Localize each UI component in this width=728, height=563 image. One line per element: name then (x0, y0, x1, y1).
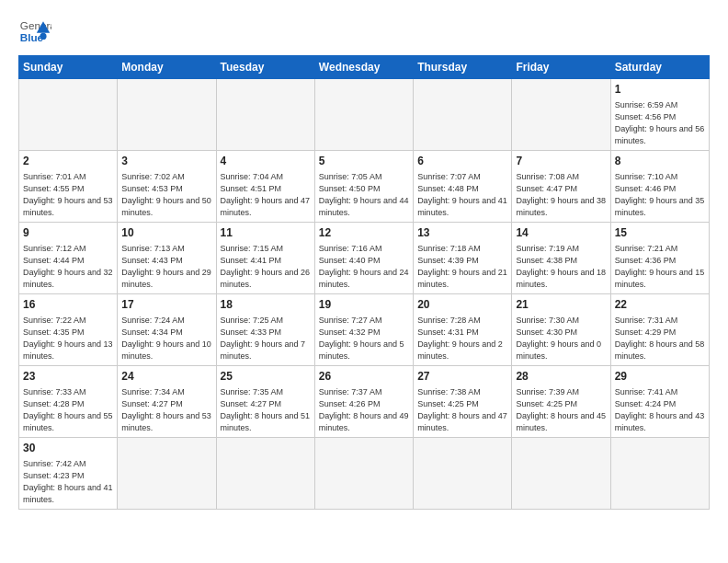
day-info: Sunrise: 7:35 AM Sunset: 4:27 PM Dayligh… (221, 386, 311, 434)
day-info: Sunrise: 7:04 AM Sunset: 4:51 PM Dayligh… (221, 171, 311, 219)
day-info: Sunrise: 7:38 AM Sunset: 4:25 PM Dayligh… (417, 386, 507, 434)
calendar-day-cell: 14Sunrise: 7:19 AM Sunset: 4:38 PM Dayli… (512, 222, 610, 293)
day-number: 7 (516, 154, 606, 169)
day-info: Sunrise: 7:33 AM Sunset: 4:28 PM Dayligh… (23, 386, 113, 434)
day-number: 23 (23, 369, 113, 385)
day-info: Sunrise: 7:27 AM Sunset: 4:32 PM Dayligh… (319, 315, 409, 362)
weekday-header-wednesday: Wednesday (314, 56, 413, 79)
calendar-day-cell: 1Sunrise: 6:59 AM Sunset: 4:56 PM Daylig… (610, 79, 709, 151)
day-number: 21 (516, 297, 606, 313)
day-info: Sunrise: 7:12 AM Sunset: 4:44 PM Dayligh… (23, 243, 113, 291)
calendar-day-cell: 22Sunrise: 7:31 AM Sunset: 4:29 PM Dayli… (610, 293, 709, 365)
day-number: 1 (615, 82, 705, 98)
calendar-day-cell (512, 79, 610, 151)
day-info: Sunrise: 7:39 AM Sunset: 4:25 PM Dayligh… (516, 386, 606, 434)
day-number: 18 (221, 297, 311, 313)
day-number: 3 (121, 154, 211, 169)
calendar-day-cell: 26Sunrise: 7:37 AM Sunset: 4:26 PM Dayli… (314, 365, 413, 437)
calendar-day-cell (118, 79, 216, 151)
day-number: 10 (121, 225, 211, 241)
header: General Blue (18, 15, 710, 48)
day-number: 9 (23, 225, 113, 241)
calendar-day-cell: 7Sunrise: 7:08 AM Sunset: 4:47 PM Daylig… (512, 150, 610, 222)
day-number: 26 (319, 369, 409, 385)
day-info: Sunrise: 7:08 AM Sunset: 4:47 PM Dayligh… (516, 171, 606, 219)
calendar-day-cell (314, 79, 413, 151)
calendar-day-cell (610, 437, 709, 509)
calendar-day-cell: 11Sunrise: 7:15 AM Sunset: 4:41 PM Dayli… (216, 222, 314, 293)
calendar-day-cell: 21Sunrise: 7:30 AM Sunset: 4:30 PM Dayli… (512, 293, 610, 365)
day-number: 5 (319, 154, 409, 169)
weekday-header-thursday: Thursday (414, 56, 512, 79)
calendar-day-cell: 24Sunrise: 7:34 AM Sunset: 4:27 PM Dayli… (118, 365, 216, 437)
day-number: 11 (221, 225, 311, 241)
day-number: 19 (319, 297, 409, 313)
calendar-week-row: 16Sunrise: 7:22 AM Sunset: 4:35 PM Dayli… (19, 293, 710, 365)
day-number: 20 (417, 297, 507, 313)
day-info: Sunrise: 7:01 AM Sunset: 4:55 PM Dayligh… (23, 171, 113, 219)
day-info: Sunrise: 7:25 AM Sunset: 4:33 PM Dayligh… (221, 315, 311, 362)
calendar-day-cell: 13Sunrise: 7:18 AM Sunset: 4:39 PM Dayli… (414, 222, 512, 293)
day-number: 22 (615, 297, 705, 313)
calendar-day-cell: 25Sunrise: 7:35 AM Sunset: 4:27 PM Dayli… (216, 365, 314, 437)
generalblue-logo-icon: General Blue (18, 15, 51, 48)
calendar-week-row: 9Sunrise: 7:12 AM Sunset: 4:44 PM Daylig… (19, 222, 710, 293)
calendar-day-cell: 20Sunrise: 7:28 AM Sunset: 4:31 PM Dayli… (414, 293, 512, 365)
day-number: 2 (23, 154, 113, 169)
day-info: Sunrise: 7:13 AM Sunset: 4:43 PM Dayligh… (121, 243, 211, 291)
day-number: 15 (615, 225, 705, 241)
day-number: 12 (319, 225, 409, 241)
calendar-day-cell (414, 79, 512, 151)
logo: General Blue (18, 15, 51, 48)
day-info: Sunrise: 7:05 AM Sunset: 4:50 PM Dayligh… (319, 171, 409, 219)
day-info: Sunrise: 7:21 AM Sunset: 4:36 PM Dayligh… (615, 243, 705, 291)
day-info: Sunrise: 7:30 AM Sunset: 4:30 PM Dayligh… (516, 315, 606, 362)
calendar-day-cell: 8Sunrise: 7:10 AM Sunset: 4:46 PM Daylig… (610, 150, 709, 222)
svg-point-3 (40, 33, 46, 40)
day-info: Sunrise: 7:31 AM Sunset: 4:29 PM Dayligh… (615, 315, 705, 362)
calendar-week-row: 2Sunrise: 7:01 AM Sunset: 4:55 PM Daylig… (19, 150, 710, 222)
day-number: 27 (417, 369, 507, 385)
calendar-day-cell: 12Sunrise: 7:16 AM Sunset: 4:40 PM Dayli… (314, 222, 413, 293)
day-number: 8 (615, 154, 705, 169)
day-info: Sunrise: 7:10 AM Sunset: 4:46 PM Dayligh… (615, 171, 705, 219)
calendar-week-row: 1Sunrise: 6:59 AM Sunset: 4:56 PM Daylig… (19, 79, 710, 151)
calendar-day-cell: 5Sunrise: 7:05 AM Sunset: 4:50 PM Daylig… (314, 150, 413, 222)
calendar-day-cell: 18Sunrise: 7:25 AM Sunset: 4:33 PM Dayli… (216, 293, 314, 365)
day-number: 13 (417, 225, 507, 241)
calendar-day-cell: 16Sunrise: 7:22 AM Sunset: 4:35 PM Dayli… (19, 293, 118, 365)
day-number: 24 (121, 369, 211, 385)
calendar-day-cell: 23Sunrise: 7:33 AM Sunset: 4:28 PM Dayli… (19, 365, 118, 437)
calendar-day-cell: 28Sunrise: 7:39 AM Sunset: 4:25 PM Dayli… (512, 365, 610, 437)
day-info: Sunrise: 7:42 AM Sunset: 4:23 PM Dayligh… (23, 458, 113, 506)
calendar-table: SundayMondayTuesdayWednesdayThursdayFrid… (18, 55, 710, 510)
day-info: Sunrise: 6:59 AM Sunset: 4:56 PM Dayligh… (615, 99, 705, 147)
day-number: 14 (516, 225, 606, 241)
day-info: Sunrise: 7:02 AM Sunset: 4:53 PM Dayligh… (121, 171, 211, 219)
day-info: Sunrise: 7:34 AM Sunset: 4:27 PM Dayligh… (121, 386, 211, 434)
calendar-day-cell: 30Sunrise: 7:42 AM Sunset: 4:23 PM Dayli… (19, 437, 118, 509)
day-info: Sunrise: 7:37 AM Sunset: 4:26 PM Dayligh… (319, 386, 409, 434)
day-info: Sunrise: 7:15 AM Sunset: 4:41 PM Dayligh… (221, 243, 311, 291)
day-info: Sunrise: 7:41 AM Sunset: 4:24 PM Dayligh… (615, 386, 705, 434)
weekday-header-friday: Friday (512, 56, 610, 79)
day-info: Sunrise: 7:07 AM Sunset: 4:48 PM Dayligh… (417, 171, 507, 219)
calendar-week-row: 30Sunrise: 7:42 AM Sunset: 4:23 PM Dayli… (19, 437, 710, 509)
day-info: Sunrise: 7:24 AM Sunset: 4:34 PM Dayligh… (121, 315, 211, 362)
day-number: 25 (221, 369, 311, 385)
calendar-day-cell: 9Sunrise: 7:12 AM Sunset: 4:44 PM Daylig… (19, 222, 118, 293)
day-info: Sunrise: 7:28 AM Sunset: 4:31 PM Dayligh… (417, 315, 507, 362)
calendar-week-row: 23Sunrise: 7:33 AM Sunset: 4:28 PM Dayli… (19, 365, 710, 437)
calendar-day-cell: 2Sunrise: 7:01 AM Sunset: 4:55 PM Daylig… (19, 150, 118, 222)
calendar-day-cell: 3Sunrise: 7:02 AM Sunset: 4:53 PM Daylig… (118, 150, 216, 222)
calendar-day-cell (216, 79, 314, 151)
day-info: Sunrise: 7:18 AM Sunset: 4:39 PM Dayligh… (417, 243, 507, 291)
day-info: Sunrise: 7:19 AM Sunset: 4:38 PM Dayligh… (516, 243, 606, 291)
calendar-day-cell (314, 437, 413, 509)
day-number: 28 (516, 369, 606, 385)
calendar-day-cell (19, 79, 118, 151)
calendar-day-cell: 29Sunrise: 7:41 AM Sunset: 4:24 PM Dayli… (610, 365, 709, 437)
weekday-header-sunday: Sunday (19, 56, 118, 79)
weekday-header-monday: Monday (118, 56, 216, 79)
calendar-day-cell: 6Sunrise: 7:07 AM Sunset: 4:48 PM Daylig… (414, 150, 512, 222)
